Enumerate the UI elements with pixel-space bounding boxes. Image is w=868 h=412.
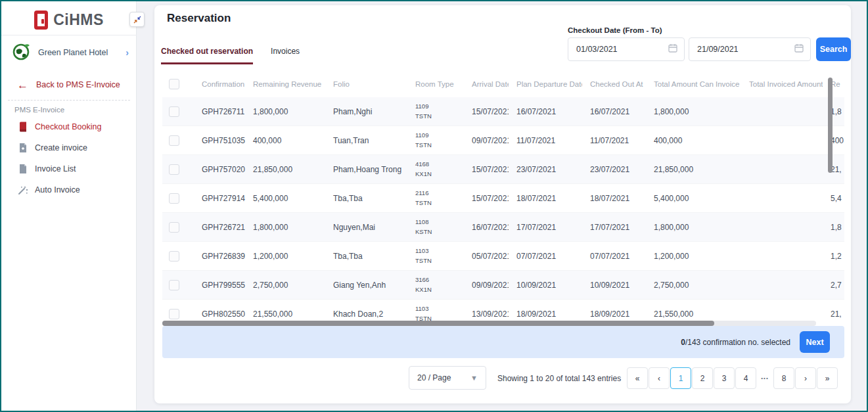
search-button[interactable]: Search [816,37,851,61]
row-checkbox[interactable] [169,222,179,233]
page-ellipsis[interactable]: ••• [757,367,773,389]
cell-remaining-revenue: 1,200,000 [245,252,325,261]
table-row[interactable]: GPH757020 21,850,000 Pham,Hoang Trong 41… [162,155,844,184]
row-checkbox[interactable] [169,106,179,117]
sidebar-item-label: Invoice List [35,164,76,173]
file-icon [18,164,28,174]
cell-plan-departure-date: 17/07/2021 [509,223,582,232]
sidebar-collapse-button[interactable] [129,12,145,27]
row-checkbox[interactable] [169,164,179,175]
cell-checked-out-at: 18/07/2021 [582,194,646,203]
select-all-checkbox[interactable] [169,79,179,89]
calendar-icon[interactable] [794,43,804,55]
sidebar-item-checkout-booking[interactable]: Checkout Booking [1,118,137,136]
cell-room-type: 2116 TSTN [407,189,464,208]
page-button-8[interactable]: 8 [773,367,794,389]
room-type-code: TSTN [415,141,464,150]
cell-checked-out-at: 11/07/2021 [582,136,646,145]
cell-remaining-revenue: 21,850,000 [245,165,325,174]
page-button-1[interactable]: 1 [670,367,691,389]
cell-remaining-truncated: 1,8 [823,223,844,232]
cell-remaining-truncated: 400 [823,136,844,145]
page-button-3[interactable]: 3 [714,367,735,389]
horizontal-scrollbar-thumb[interactable] [162,321,714,326]
table-row[interactable]: GPH751035 400,000 Tuan,Tran 1109 TSTN 09… [162,126,844,155]
next-button[interactable]: Next [800,331,830,353]
cell-remaining-revenue: 5,400,000 [245,194,325,203]
back-link-label: Back to PMS E-Invoice [36,80,120,89]
cell-total-amount-can-invoice: 1,200,000 [646,252,741,261]
row-checkbox[interactable] [169,280,179,290]
page-size-select[interactable]: 20 / Page ▼ [409,366,486,390]
cell-folio: Pham,Hoang Trong [325,165,407,174]
cell-folio: Pham,Nghi [325,107,407,116]
cell-confirmation: GPH802550 [194,309,245,319]
row-checkbox[interactable] [169,135,179,146]
dashed-divider [8,100,130,101]
room-number: 1109 [415,102,464,111]
table-body: GPH726711 1,800,000 Pham,Nghi 1109 TSTN … [162,97,844,322]
vertical-scrollbar[interactable] [828,78,833,173]
row-checkbox[interactable] [169,251,179,262]
cell-plan-departure-date: 16/07/2021 [509,107,582,116]
col-remaining-truncated: Re [823,80,844,88]
date-from-field[interactable] [568,37,685,61]
tab-checked-out-reservation[interactable]: Checked out reservation [161,47,253,64]
table-row[interactable]: GPH727914 5,400,000 Tba,Tba 2116 TSTN 15… [162,184,844,213]
page-button-›[interactable]: › [795,367,816,389]
book-icon [18,122,28,132]
sidebar-item-create-invoice[interactable]: Create invoice [1,139,137,157]
table-row[interactable]: GPH726839 1,200,000 Tba,Tba 1103 TSTN 05… [162,242,844,271]
page-button-2[interactable]: 2 [692,367,713,389]
cell-remaining-revenue: 400,000 [245,136,325,145]
page-button-«[interactable]: « [627,367,648,389]
cell-remaining-revenue: 21,550,000 [245,309,325,319]
cell-total-amount-can-invoice: 21,550,000 [646,309,741,319]
cell-total-amount-can-invoice: 1,800,000 [646,223,741,232]
cell-plan-departure-date: 23/07/2021 [509,165,582,174]
chevron-right-icon[interactable]: › [126,47,129,58]
table-row[interactable]: GPH802550 21,550,000 Khach Doan,2 1103 T… [162,300,844,322]
page-button-»[interactable]: » [817,367,838,389]
col-remaining-revenue: Remaining Revenue [245,80,325,88]
cell-folio: Tba,Tba [325,252,407,261]
row-checkbox[interactable] [169,193,179,204]
selection-count-text: 0/143 confirmation no. selected [681,338,790,347]
cell-confirmation: GPH751035 [194,136,245,145]
col-checked-out-at: Checked Out At [582,80,646,88]
cell-remaining-truncated: 2,7 [823,281,844,290]
cell-checked-out-at: 23/07/2021 [582,165,646,174]
table-row[interactable]: GPH799555 2,750,000 Giang Yen,Anh 3166 K… [162,271,844,300]
hotel-selector[interactable]: Green Planet Hotel › [1,41,137,64]
room-number: 1103 [415,246,464,256]
page-button-4[interactable]: 4 [735,367,756,389]
date-to-input[interactable] [689,45,794,54]
earth-icon [11,41,32,64]
room-type-code: KSTN [415,227,464,237]
sidebar-item-invoice-list[interactable]: Invoice List [1,160,137,178]
cell-confirmation: GPH726711 [194,107,245,116]
table-row[interactable]: GPH726721 1,800,000 Nguyen,Mai 1108 KSTN… [162,213,844,242]
room-number: 4168 [415,160,464,169]
date-from-input[interactable] [568,45,668,54]
arrow-left-icon: ← [17,80,28,91]
cell-confirmation: GPH757020 [194,165,245,174]
horizontal-scrollbar-track[interactable] [162,321,816,326]
cell-checked-out-at: 17/07/2021 [582,223,646,232]
page-button-‹[interactable]: ‹ [649,367,670,389]
cell-remaining-truncated: 5,4 [823,194,844,203]
date-to-field[interactable] [689,37,811,61]
page-title: Reservation [167,12,231,25]
row-checkbox[interactable] [169,309,179,319]
tab-invoices[interactable]: Invoices [271,47,300,64]
chevron-down-icon: ▼ [470,374,478,382]
sidebar-item-label: Checkout Booking [35,122,101,131]
cell-checked-out-at: 18/09/2021 [582,309,646,319]
table-row[interactable]: GPH726711 1,800,000 Pham,Nghi 1109 TSTN … [162,97,844,126]
cell-plan-departure-date: 18/07/2021 [509,194,582,203]
room-number: 1109 [415,131,464,140]
calendar-icon[interactable] [668,43,677,55]
sidebar-item-auto-invoice[interactable]: Auto Invoice [1,181,137,199]
back-link[interactable]: ← Back to PMS E-Invoice [1,76,137,93]
cell-total-amount-can-invoice: 2,750,000 [646,281,741,290]
